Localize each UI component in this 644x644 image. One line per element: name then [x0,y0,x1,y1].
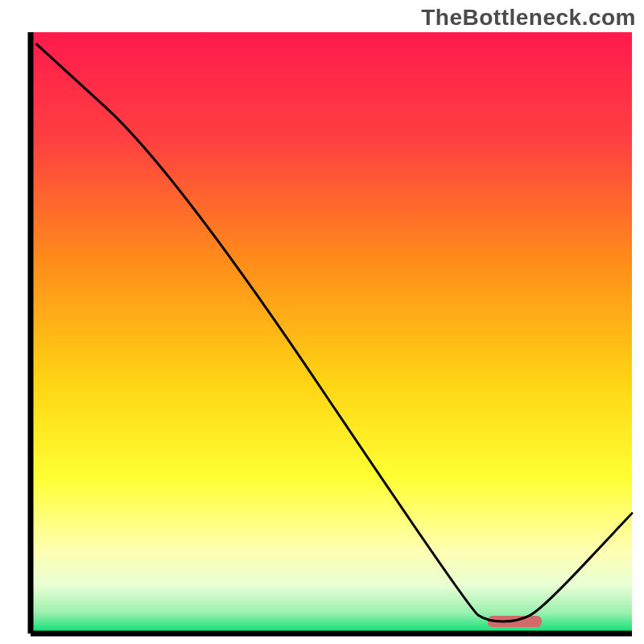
bottleneck-chart [0,0,644,644]
chart-stage: TheBottleneck.com [0,0,644,644]
watermark-text: TheBottleneck.com [421,5,636,31]
